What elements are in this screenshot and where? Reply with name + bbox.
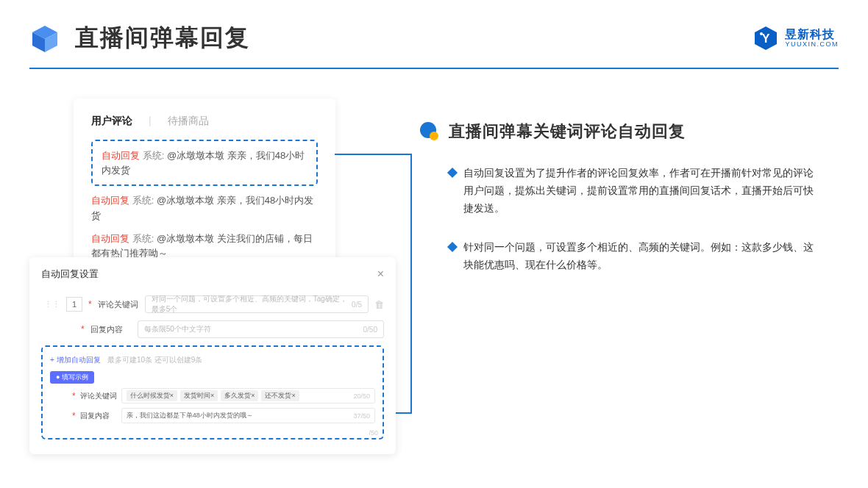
bullet-item: 针对同一个问题，可设置多个相近的、高频的关键词。例如：这款多少钱、这块能优惠吗、… — [419, 239, 817, 274]
tab-user-comments[interactable]: 用户评论 — [91, 115, 132, 128]
svg-point-5 — [760, 32, 763, 35]
settings-modal: 自动回复设置 × ⋮⋮ 1 * 评论关键词 对同一个问题，可设置多个相近、高频的… — [29, 257, 396, 454]
page-title: 直播间弹幕回复 — [75, 22, 250, 54]
diamond-bullet-icon — [447, 242, 458, 252]
svg-point-7 — [430, 132, 438, 140]
connector-line — [335, 154, 412, 155]
comment-row: 自动回复 系统: @冰墩墩本墩 亲亲，我们48小时内发货 — [91, 193, 318, 224]
connector-line — [410, 154, 412, 414]
brand-name-cn: 昱新科技 — [785, 28, 839, 41]
auto-reply-tag: 自动回复 — [102, 150, 140, 161]
close-icon[interactable]: × — [377, 268, 384, 281]
tab-pending-products[interactable]: 待播商品 — [168, 115, 209, 128]
delete-icon[interactable]: 🗑 — [374, 299, 384, 310]
content-input[interactable]: 每条限50个中文字符 0/50 — [138, 320, 384, 338]
example-keyword-tags: 什么时候发货× 发货时间× 多久发货× 还不发货× 20/50 — [121, 388, 375, 403]
add-reply-link[interactable]: + 增加自动回复 — [50, 356, 101, 364]
drag-handle-icon[interactable]: ⋮⋮ — [44, 300, 60, 309]
bullet-item: 自动回复设置为了提升作者的评论回复效率，作者可在开播前针对常见的评论用户问题，提… — [419, 165, 817, 217]
cube-icon — [29, 23, 60, 54]
brand-name-en: YUUXIN.COM — [785, 41, 839, 49]
content-label: 回复内容 — [90, 324, 132, 335]
chat-bubble-icon — [419, 121, 440, 142]
keyword-input[interactable]: 对同一个问题，可设置多个相近、高频的关键词，Tag确定，最多5个 0/5 — [145, 295, 369, 313]
example-badge: ● 填写示例 — [50, 371, 94, 384]
example-block: + 增加自动回复 最多可建10条 还可以创建9条 ● 填写示例 * 评论关键词 … — [41, 345, 384, 439]
settings-title: 自动回复设置 — [41, 268, 99, 281]
order-number: 1 — [66, 297, 82, 312]
highlighted-comment: 自动回复 系统: @冰墩墩本墩 亲亲，我们48小时内发货 — [91, 140, 318, 186]
svg-text:Y: Y — [762, 32, 770, 45]
diamond-bullet-icon — [447, 168, 458, 178]
brand-logo: Y 昱新科技 YUUXIN.COM — [753, 25, 839, 51]
add-hint: 最多可建10条 还可以创建9条 — [107, 356, 202, 364]
section-title: 直播间弹幕关键词评论自动回复 — [449, 121, 686, 143]
keyword-label: 评论关键词 — [98, 299, 139, 310]
example-content-text: 亲，我们这边都是下单48小时内发货的哦～ 37/50 — [121, 408, 375, 423]
